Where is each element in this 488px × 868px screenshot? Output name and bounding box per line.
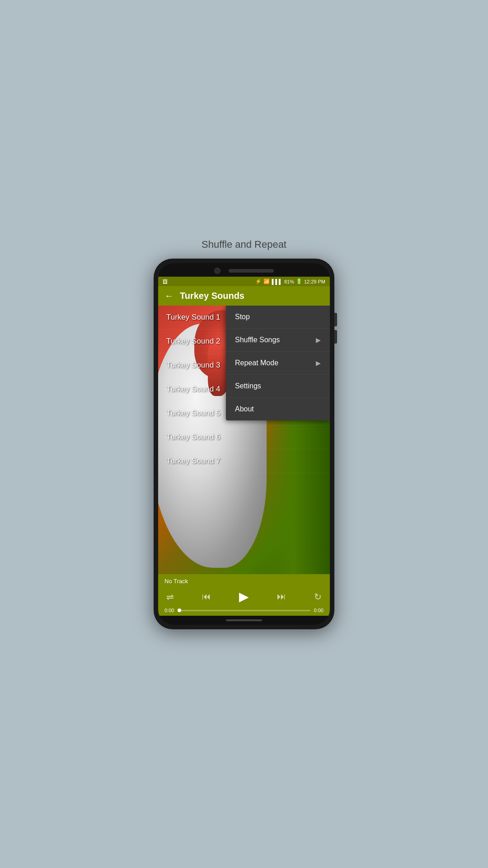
shuffle-button[interactable]: ⇌: [164, 590, 176, 604]
repeat-button[interactable]: ↻: [312, 590, 324, 604]
about-label: About: [235, 405, 254, 413]
wifi-icon: 📶: [263, 278, 270, 284]
page-title: Shuffle and Repeat: [202, 239, 286, 250]
time-start: 0:00: [164, 608, 174, 613]
menu-item-stop[interactable]: Stop: [226, 306, 330, 329]
player-bar: No Track ⇌ ⏮ ▶ ⏭ ↻ 0:00 0:00: [158, 574, 330, 616]
phone-top-bar: [158, 263, 330, 277]
image-icon: 🖼: [163, 279, 168, 284]
speaker: [229, 269, 274, 273]
menu-item-settings[interactable]: Settings: [226, 375, 330, 398]
app-bar: ← Turkey Sounds: [158, 286, 330, 306]
player-controls: ⇌ ⏮ ▶ ⏭ ↻: [164, 587, 324, 606]
repeat-label: Repeat Mode: [235, 359, 278, 367]
status-right: ⚡ 📶 ▌▌▌ 81% 🔋 12:29 PM: [255, 278, 325, 284]
menu-item-repeat[interactable]: Repeat Mode ▶: [226, 352, 330, 375]
chevron-right-icon: ▶: [316, 336, 321, 344]
time: 12:29 PM: [304, 279, 325, 284]
camera: [214, 268, 221, 274]
no-track-label: No Track: [164, 578, 324, 585]
phone-frame: 🖼 ⚡ 📶 ▌▌▌ 81% 🔋 12:29 PM ← Turkey Sounds: [154, 259, 334, 629]
next-button[interactable]: ⏭: [275, 590, 288, 604]
shuffle-label: Shuffle Songs: [235, 336, 280, 344]
track-item-6[interactable]: Turkey Sound 6: [158, 425, 330, 449]
app-bar-title: Turkey Sounds: [180, 291, 324, 301]
status-bar: 🖼 ⚡ 📶 ▌▌▌ 81% 🔋 12:29 PM: [158, 277, 330, 286]
status-left: 🖼: [163, 279, 168, 284]
back-button[interactable]: ←: [164, 291, 174, 301]
home-indicator: [226, 619, 262, 621]
settings-label: Settings: [235, 382, 261, 390]
content-area: Turkey Sound 1 Turkey Sound 2 Turkey Sou…: [158, 306, 330, 574]
menu-item-about[interactable]: About: [226, 398, 330, 420]
signal-icon: ▌▌▌: [272, 279, 282, 284]
battery-icon: 🔋: [296, 278, 302, 284]
stop-label: Stop: [235, 313, 250, 321]
play-button[interactable]: ▶: [237, 587, 251, 606]
prev-button[interactable]: ⏮: [200, 590, 213, 604]
chevron-right-icon: ▶: [316, 359, 321, 367]
time-row: 0:00 0:00: [164, 608, 324, 613]
phone-bottom-bar: [158, 616, 330, 625]
menu-item-shuffle[interactable]: Shuffle Songs ▶: [226, 329, 330, 352]
screen: 🖼 ⚡ 📶 ▌▌▌ 81% 🔋 12:29 PM ← Turkey Sounds: [158, 277, 330, 616]
time-end: 0:00: [314, 608, 324, 613]
dropdown-menu: Stop Shuffle Songs ▶ Repeat Mode ▶ Setti…: [226, 306, 330, 420]
battery-pct: 81%: [284, 279, 294, 284]
track-item-7[interactable]: Turkey Sound 7: [158, 449, 330, 473]
bluetooth-icon: ⚡: [255, 278, 262, 284]
progress-dot: [178, 609, 181, 612]
progress-bar[interactable]: [178, 610, 310, 611]
